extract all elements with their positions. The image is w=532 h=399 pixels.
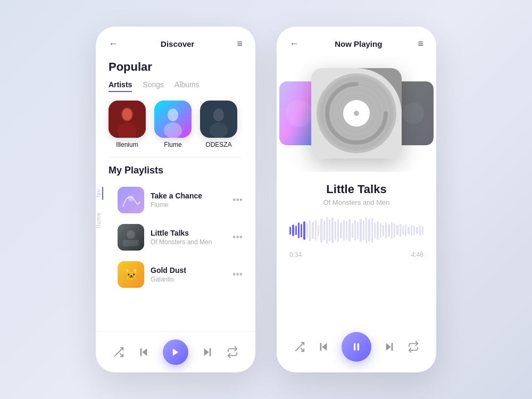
play-button[interactable] xyxy=(163,339,188,365)
waveform-bar[interactable] xyxy=(337,219,339,242)
waveform-bar[interactable] xyxy=(411,225,412,236)
left-phone: ← Discover ≡ Popular Artists Songs Album… xyxy=(96,27,255,372)
svg-point-37 xyxy=(403,103,424,124)
sidebar-fav: fav xyxy=(96,187,102,200)
right-back-button[interactable]: ← xyxy=(289,38,299,49)
waveform-bar[interactable] xyxy=(303,221,305,240)
gold-dust-name: Gold Dust xyxy=(151,266,226,275)
playlists-section: My Playlists fav flume xyxy=(96,157,255,331)
waveform-bar[interactable] xyxy=(329,219,330,242)
back-button[interactable]: ← xyxy=(109,38,118,49)
waveform-bar[interactable] xyxy=(385,222,387,238)
svg-rect-43 xyxy=(358,343,359,350)
gold-dust-info: Gold Dust Galantis xyxy=(151,266,226,283)
waveform-bar[interactable] xyxy=(365,217,367,244)
waveform-bar[interactable] xyxy=(320,219,322,243)
svg-rect-41 xyxy=(320,343,321,351)
waveform-bar[interactable] xyxy=(405,225,406,236)
waveform-bar[interactable] xyxy=(346,221,347,240)
waveform-bar[interactable] xyxy=(408,227,409,235)
right-next-button[interactable] xyxy=(384,341,395,353)
waveform-bar[interactable] xyxy=(383,225,384,236)
waveform-bar[interactable] xyxy=(368,219,370,242)
waveform-bar[interactable] xyxy=(298,222,300,238)
illenium-avatar xyxy=(109,101,146,138)
prev-button[interactable] xyxy=(138,346,149,358)
right-repeat-button[interactable] xyxy=(408,341,419,353)
right-prev-button[interactable] xyxy=(318,341,329,353)
waveform-bar[interactable] xyxy=(374,222,376,238)
waveform-bar[interactable] xyxy=(318,225,319,236)
waveform-bar[interactable] xyxy=(402,226,404,235)
waveform-bar[interactable] xyxy=(326,217,328,244)
waveform-bar[interactable] xyxy=(391,222,393,239)
next-button[interactable] xyxy=(202,346,213,358)
playlists-wrapper: fav flume xyxy=(96,181,255,293)
filter-icon[interactable]: ≡ xyxy=(237,38,243,49)
waveform-bar[interactable] xyxy=(357,222,359,239)
svg-text:🐱: 🐱 xyxy=(124,267,139,281)
waveform-bar[interactable] xyxy=(354,220,356,240)
tab-artists[interactable]: Artists xyxy=(109,80,132,92)
waveform-bar[interactable] xyxy=(394,223,395,238)
playlist-item-gold-dust[interactable]: 🐱 Gold Dust Galantis ••• xyxy=(105,256,255,293)
waveform-bar[interactable] xyxy=(388,224,389,237)
waveform-bar[interactable] xyxy=(352,223,353,238)
current-time: 0:34 xyxy=(289,251,302,259)
tab-songs[interactable]: Songs xyxy=(143,80,164,92)
little-talks-more[interactable]: ••• xyxy=(232,232,243,243)
playlist-item-little-talks[interactable]: Little Talks Of Monsters and Men ••• xyxy=(105,219,255,256)
artist-flume[interactable]: Flume xyxy=(154,101,192,148)
waveform-bar[interactable] xyxy=(343,220,345,241)
svg-point-12 xyxy=(128,195,134,202)
now-playing-info: Little Talks Of Monsters and Men xyxy=(277,172,436,212)
gold-dust-more[interactable]: ••• xyxy=(232,269,243,280)
waveform-bar[interactable] xyxy=(301,224,302,237)
waveform-bar[interactable] xyxy=(396,225,398,236)
artist-illenium[interactable]: Illenium xyxy=(109,101,146,148)
waveform-bar[interactable] xyxy=(335,221,336,240)
waveform-bar[interactable] xyxy=(377,221,378,240)
pause-button[interactable] xyxy=(342,332,371,362)
waveform-container[interactable] xyxy=(277,212,436,249)
waveform-bar[interactable] xyxy=(371,218,373,243)
waveform-bar[interactable] xyxy=(309,220,311,241)
gold-dust-art: 🐱 xyxy=(118,261,144,288)
repeat-button[interactable] xyxy=(227,346,238,358)
svg-rect-42 xyxy=(354,343,355,350)
waveform-bar[interactable] xyxy=(380,223,381,238)
svg-rect-15 xyxy=(123,240,139,246)
right-menu-icon[interactable]: ≡ xyxy=(418,38,423,49)
waveform-bar[interactable] xyxy=(295,226,297,235)
waveform-bar[interactable] xyxy=(416,227,418,234)
shuffle-button[interactable] xyxy=(113,346,124,358)
waveform-bar[interactable] xyxy=(292,225,294,236)
take-chance-more[interactable]: ••• xyxy=(232,195,243,206)
waveform[interactable] xyxy=(289,217,423,244)
tab-albums[interactable]: Albums xyxy=(174,80,200,92)
song-artist: Of Monsters and Men xyxy=(289,198,423,206)
playlist-item-take-chance[interactable]: Take a Chance Flume ••• xyxy=(105,181,255,219)
waveform-bar[interactable] xyxy=(348,219,350,242)
waveform-bar[interactable] xyxy=(363,220,364,240)
waveform-bar[interactable] xyxy=(323,220,325,240)
waveform-bar[interactable] xyxy=(289,227,291,235)
take-chance-name: Take a Chance xyxy=(151,192,226,200)
waveform-bar[interactable] xyxy=(419,225,421,236)
waveform-bar[interactable] xyxy=(331,218,333,243)
svg-marker-20 xyxy=(142,348,147,356)
waveform-bar[interactable] xyxy=(306,223,308,238)
flume-name: Flume xyxy=(164,141,181,148)
waveform-bar[interactable] xyxy=(400,224,401,237)
right-shuffle-button[interactable] xyxy=(294,341,305,353)
waveform-bar[interactable] xyxy=(360,219,361,242)
waveform-bar[interactable] xyxy=(312,222,313,239)
waveform-bar[interactable] xyxy=(315,220,317,240)
artist-odesza[interactable]: ODESZA xyxy=(200,101,237,148)
waveform-bar[interactable] xyxy=(413,226,415,235)
sidebar-labels: fav flume xyxy=(96,181,105,293)
waveform-bar[interactable] xyxy=(340,222,342,238)
playlists-title: My Playlists xyxy=(96,165,255,181)
waveform-bar[interactable] xyxy=(422,226,423,235)
right-phone: ← Now Playing ≡ xyxy=(277,27,436,372)
